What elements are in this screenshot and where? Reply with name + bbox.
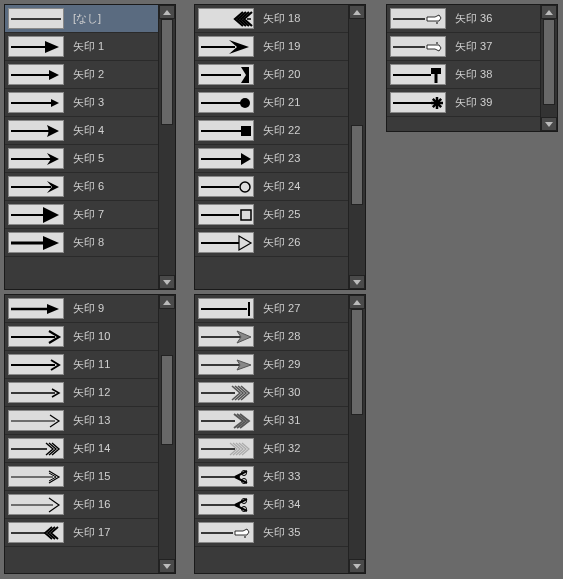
- list-item-label: 矢印 11: [67, 351, 158, 378]
- list-item[interactable]: 矢印 34: [195, 491, 348, 519]
- scroll-up-button[interactable]: [349, 295, 365, 309]
- list-item[interactable]: 矢印 18: [195, 5, 348, 33]
- list-item[interactable]: [なし]: [5, 5, 158, 33]
- list-item[interactable]: 矢印 28: [195, 323, 348, 351]
- arrowhead-list[interactable]: 矢印 27矢印 28矢印 29矢印 30矢印 31矢印 32矢印 33矢印 34…: [195, 295, 348, 573]
- list-item[interactable]: 矢印 22: [195, 117, 348, 145]
- arrowhead-list[interactable]: 矢印 9矢印 10矢印 11矢印 12矢印 13矢印 14矢印 15矢印 16矢…: [5, 295, 158, 573]
- list-item-label: [なし]: [67, 5, 158, 32]
- list-item-label: 矢印 29: [257, 351, 348, 378]
- svg-point-32: [240, 98, 250, 108]
- scroll-up-button[interactable]: [349, 5, 365, 19]
- list-item[interactable]: 矢印 11: [5, 351, 158, 379]
- arrowhead-panel: 矢印 36矢印 37矢印 38矢印 39: [386, 4, 558, 132]
- arrowhead-preview-icon: [8, 410, 64, 431]
- list-item-label: 矢印 30: [257, 379, 348, 406]
- list-item-label: 矢印 37: [449, 33, 540, 60]
- list-item[interactable]: 矢印 39: [387, 89, 540, 117]
- list-item-label: 矢印 1: [67, 33, 158, 60]
- list-item-label: 矢印 32: [257, 435, 348, 462]
- svg-marker-4: [49, 70, 59, 80]
- arrowhead-preview-icon: [198, 354, 254, 375]
- arrowhead-preview-icon: [8, 148, 64, 169]
- scrollbar[interactable]: [158, 295, 175, 573]
- scroll-up-button[interactable]: [541, 5, 557, 19]
- scrollbar[interactable]: [158, 5, 175, 289]
- scrollbar-thumb[interactable]: [351, 309, 363, 415]
- list-item[interactable]: 矢印 13: [5, 407, 158, 435]
- arrowhead-preview-icon: [198, 92, 254, 113]
- arrowhead-list[interactable]: [なし]矢印 1矢印 2矢印 3矢印 4矢印 5矢印 6矢印 7矢印 8: [5, 5, 158, 289]
- list-item-label: 矢印 2: [67, 61, 158, 88]
- arrowhead-preview-icon: [198, 438, 254, 459]
- list-item[interactable]: 矢印 6: [5, 173, 158, 201]
- arrowhead-list[interactable]: 矢印 36矢印 37矢印 38矢印 39: [387, 5, 540, 131]
- svg-point-55: [236, 475, 240, 479]
- list-item[interactable]: 矢印 21: [195, 89, 348, 117]
- list-item[interactable]: 矢印 14: [5, 435, 158, 463]
- list-item-label: 矢印 25: [257, 201, 348, 228]
- scrollbar[interactable]: [540, 5, 557, 131]
- list-item[interactable]: 矢印 33: [195, 463, 348, 491]
- scrollbar-thumb[interactable]: [351, 125, 363, 205]
- list-item-label: 矢印 39: [449, 89, 540, 116]
- arrowhead-preview-icon: [198, 148, 254, 169]
- svg-marker-17: [47, 304, 59, 314]
- scrollbar-thumb[interactable]: [543, 19, 555, 105]
- scroll-down-button[interactable]: [159, 275, 175, 289]
- list-item-label: 矢印 27: [257, 295, 348, 322]
- list-item[interactable]: 矢印 4: [5, 117, 158, 145]
- list-item[interactable]: 矢印 1: [5, 33, 158, 61]
- list-item[interactable]: 矢印 30: [195, 379, 348, 407]
- arrowhead-preview-icon: [198, 410, 254, 431]
- list-item[interactable]: 矢印 20: [195, 61, 348, 89]
- scroll-up-button[interactable]: [159, 295, 175, 309]
- scrollbar-thumb[interactable]: [161, 355, 173, 445]
- scroll-down-button[interactable]: [349, 275, 365, 289]
- list-item[interactable]: 矢印 37: [387, 33, 540, 61]
- list-item-label: 矢印 23: [257, 145, 348, 172]
- list-item-label: 矢印 18: [257, 5, 348, 32]
- list-item[interactable]: 矢印 8: [5, 229, 158, 257]
- list-item[interactable]: 矢印 9: [5, 295, 158, 323]
- list-item[interactable]: 矢印 17: [5, 519, 158, 547]
- list-item[interactable]: 矢印 7: [5, 201, 158, 229]
- list-item-label: 矢印 3: [67, 89, 158, 116]
- list-item[interactable]: 矢印 38: [387, 61, 540, 89]
- list-item[interactable]: 矢印 35: [195, 519, 348, 547]
- list-item-label: 矢印 5: [67, 145, 158, 172]
- list-item[interactable]: 矢印 24: [195, 173, 348, 201]
- list-item[interactable]: 矢印 5: [5, 145, 158, 173]
- scroll-down-button[interactable]: [349, 559, 365, 573]
- list-item[interactable]: 矢印 27: [195, 295, 348, 323]
- scroll-down-button[interactable]: [159, 559, 175, 573]
- list-item[interactable]: 矢印 23: [195, 145, 348, 173]
- arrowhead-preview-icon: [198, 494, 254, 515]
- list-item[interactable]: 矢印 16: [5, 491, 158, 519]
- list-item[interactable]: 矢印 31: [195, 407, 348, 435]
- arrowhead-preview-icon: [8, 438, 64, 459]
- list-item[interactable]: 矢印 10: [5, 323, 158, 351]
- list-item[interactable]: 矢印 32: [195, 435, 348, 463]
- list-item[interactable]: 矢印 26: [195, 229, 348, 257]
- list-item[interactable]: 矢印 36: [387, 5, 540, 33]
- scroll-down-button[interactable]: [541, 117, 557, 131]
- list-item[interactable]: 矢印 29: [195, 351, 348, 379]
- arrowhead-preview-icon: [8, 298, 64, 319]
- list-item-label: 矢印 13: [67, 407, 158, 434]
- list-item[interactable]: 矢印 19: [195, 33, 348, 61]
- arrowhead-preview-icon: [8, 64, 64, 85]
- scroll-up-button[interactable]: [159, 5, 175, 19]
- list-item[interactable]: 矢印 25: [195, 201, 348, 229]
- arrowhead-preview-icon: [8, 92, 64, 113]
- arrowhead-list[interactable]: 矢印 18矢印 19矢印 20矢印 21矢印 22矢印 23矢印 24矢印 25…: [195, 5, 348, 289]
- list-item[interactable]: 矢印 2: [5, 61, 158, 89]
- list-item-label: 矢印 34: [257, 491, 348, 518]
- list-item[interactable]: 矢印 12: [5, 379, 158, 407]
- scrollbar-thumb[interactable]: [161, 19, 173, 125]
- list-item[interactable]: 矢印 3: [5, 89, 158, 117]
- scrollbar[interactable]: [348, 295, 365, 573]
- list-item[interactable]: 矢印 15: [5, 463, 158, 491]
- scrollbar[interactable]: [348, 5, 365, 289]
- list-item-label: 矢印 15: [67, 463, 158, 490]
